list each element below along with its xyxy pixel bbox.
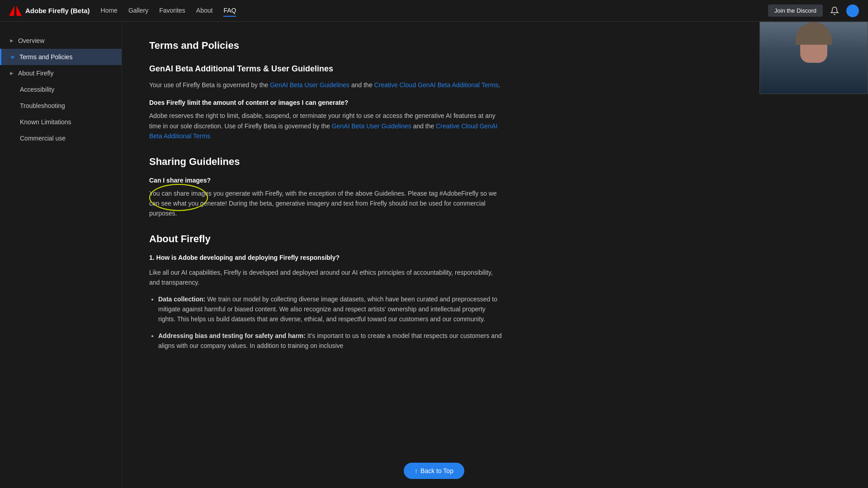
sidebar-item-commercial-use[interactable]: Commercial use bbox=[0, 130, 122, 146]
subsection-title-genai: GenAI Beta Additional Terms & User Guide… bbox=[149, 64, 502, 74]
brand-logo[interactable]: Adobe Firefly (Beta) bbox=[9, 5, 90, 17]
sidebar-item-troubleshooting[interactable]: Troubleshooting bbox=[0, 98, 122, 114]
question-1: Does Firefly limit the amount of content… bbox=[149, 99, 502, 106]
question-sharing: Can I share images? bbox=[149, 177, 502, 184]
back-to-top-label: Back to Top bbox=[420, 467, 453, 474]
nav-gallery[interactable]: Gallery bbox=[128, 5, 148, 17]
a1-and: and the bbox=[413, 122, 434, 130]
sharing-answer-text: You can share images you generate with F… bbox=[149, 190, 497, 217]
intro-text: Your use of Firefly Beta is governed by … bbox=[149, 81, 268, 89]
about-intro: Like all our AI capabilities, Firefly is… bbox=[149, 267, 502, 288]
creative-cloud-link[interactable]: Creative Cloud GenAI Beta Additional Ter… bbox=[374, 81, 499, 89]
a1-genai-link[interactable]: GenAI Beta User Guidelines bbox=[332, 122, 411, 130]
bullet-item-2: Addressing bias and testing for safety a… bbox=[158, 331, 502, 351]
back-to-top-button[interactable]: ↑ Back to Top bbox=[404, 463, 464, 479]
section-title-terms: Terms and Policies bbox=[149, 40, 502, 52]
adobe-logo-icon bbox=[9, 5, 22, 17]
nav-links: Home Gallery Favorites About FAQ bbox=[101, 5, 768, 17]
bullet-text-1: We train our model by collecting diverse… bbox=[158, 296, 497, 323]
about-bullet-list: Data collection: We train our model by c… bbox=[149, 294, 502, 351]
sidebar-about-label: About Firefly bbox=[18, 70, 54, 77]
nav-home[interactable]: Home bbox=[101, 5, 118, 17]
nav-favorites[interactable]: Favorites bbox=[159, 5, 185, 17]
sidebar: ► Overview ► Terms and Policies ► About … bbox=[0, 22, 122, 488]
bell-icon[interactable] bbox=[830, 6, 839, 15]
section-title-about-firefly: About Firefly bbox=[149, 233, 502, 245]
brand-name: Adobe Firefly (Beta) bbox=[25, 7, 90, 14]
bullet-item-1: Data collection: We train our model by c… bbox=[158, 294, 502, 324]
sidebar-troubleshooting-label: Troubleshooting bbox=[20, 102, 65, 109]
chevron-right-icon: ► bbox=[9, 38, 14, 44]
section-title-sharing: Sharing Guidelines bbox=[149, 156, 502, 168]
answer-sharing: You can share images you generate with F… bbox=[149, 188, 502, 219]
topnav: Adobe Firefly (Beta) Home Gallery Favori… bbox=[0, 0, 868, 22]
sidebar-commercial-label: Commercial use bbox=[20, 135, 66, 142]
sidebar-accessibility-label: Accessibility bbox=[20, 86, 54, 93]
period-1: . bbox=[499, 81, 500, 89]
main-content: Terms and Policies GenAI Beta Additional… bbox=[122, 22, 529, 488]
nav-about[interactable]: About bbox=[196, 5, 213, 17]
video-overlay bbox=[760, 22, 868, 94]
numbered-question-1: 1. How is Adobe developing and deploying… bbox=[149, 254, 502, 261]
sidebar-terms-label: Terms and Policies bbox=[19, 53, 73, 61]
sidebar-item-about-firefly[interactable]: ► About Firefly bbox=[0, 65, 122, 81]
sidebar-item-known-limitations[interactable]: Known Limitations bbox=[0, 114, 122, 130]
join-discord-button[interactable]: Join the Discord bbox=[768, 5, 823, 17]
user-avatar[interactable] bbox=[846, 5, 859, 17]
video-feed bbox=[760, 22, 868, 94]
intro-paragraph: Your use of Firefly Beta is governed by … bbox=[149, 80, 502, 90]
sidebar-item-overview[interactable]: ► Overview bbox=[0, 33, 122, 49]
sidebar-known-limitations-label: Known Limitations bbox=[20, 118, 71, 126]
sidebar-item-terms[interactable]: ► Terms and Policies bbox=[0, 49, 122, 65]
answer-1: Adobe reserves the right to limit, disab… bbox=[149, 111, 502, 141]
bullet-label-1: Data collection: bbox=[158, 296, 205, 303]
genai-guidelines-link[interactable]: GenAI Beta User Guidelines bbox=[270, 81, 349, 89]
sidebar-overview-label: Overview bbox=[18, 37, 44, 44]
and-text: and the bbox=[351, 81, 373, 89]
topnav-right: Join the Discord bbox=[768, 5, 859, 17]
page-layout: ► Overview ► Terms and Policies ► About … bbox=[0, 22, 868, 488]
sidebar-item-accessibility[interactable]: Accessibility bbox=[0, 81, 122, 98]
chevron-right-icon-2: ► bbox=[9, 70, 14, 76]
nav-faq[interactable]: FAQ bbox=[223, 5, 236, 17]
chevron-down-icon: ► bbox=[10, 54, 16, 60]
bullet-label-2: Addressing bias and testing for safety a… bbox=[158, 332, 306, 339]
back-to-top-arrow: ↑ bbox=[415, 467, 418, 474]
